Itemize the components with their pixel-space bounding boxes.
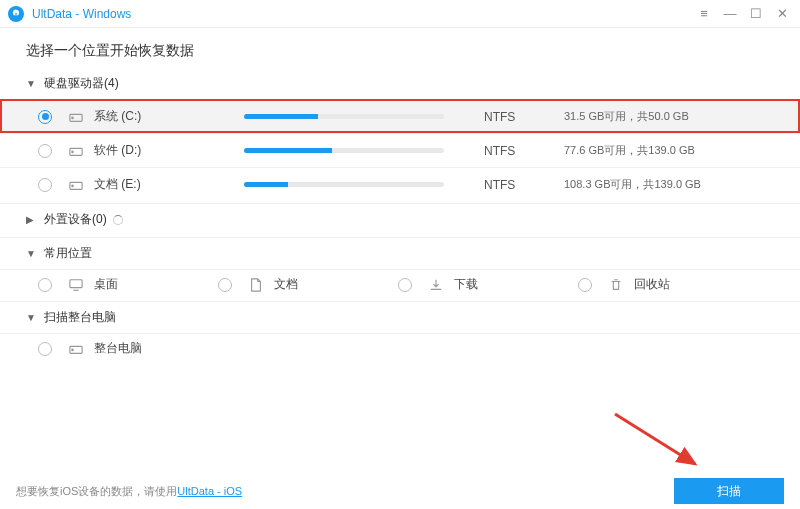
drive-row-c[interactable]: 系统 (C:) NTFS 31.5 GB可用，共50.0 GB — [0, 99, 800, 133]
location-label: 整台电脑 — [94, 340, 142, 357]
common-locations-row: 桌面 文档 下载 回收站 — [0, 269, 800, 299]
trash-icon — [608, 277, 624, 293]
svg-point-5 — [72, 185, 73, 186]
location-recycle[interactable]: 回收站 — [566, 276, 746, 293]
title-bar: UltData - Windows ≡ — ☐ ✕ — [0, 0, 800, 28]
location-label: 桌面 — [94, 276, 118, 293]
close-button[interactable]: ✕ — [772, 4, 792, 24]
radio-whole[interactable] — [38, 342, 52, 356]
drive-name: 系统 (C:) — [94, 108, 244, 125]
ios-link[interactable]: UltData - iOS — [177, 485, 242, 497]
section-drives-header[interactable]: ▼ 硬盘驱动器(4) — [0, 68, 800, 99]
drive-row-e[interactable]: 文档 (E:) NTFS 108.3 GB可用，共139.0 GB — [0, 167, 800, 201]
loading-icon — [113, 215, 123, 225]
minimize-button[interactable]: — — [720, 4, 740, 24]
radio-d[interactable] — [38, 144, 52, 158]
svg-point-1 — [72, 117, 73, 118]
svg-point-3 — [72, 151, 73, 152]
maximize-button[interactable]: ☐ — [746, 4, 766, 24]
drive-name: 文档 (E:) — [94, 176, 244, 193]
location-documents[interactable]: 文档 — [206, 276, 386, 293]
annotation-arrow-icon — [610, 409, 710, 479]
chevron-down-icon: ▼ — [26, 78, 40, 89]
section-whole-header[interactable]: ▼ 扫描整台电脑 — [0, 301, 800, 333]
section-label: 硬盘驱动器(4) — [44, 75, 119, 92]
page-heading: 选择一个位置开始恢复数据 — [0, 28, 800, 68]
app-logo — [8, 6, 24, 22]
location-whole-pc[interactable]: 整台电脑 — [26, 340, 206, 357]
filesystem: NTFS — [484, 110, 564, 124]
chevron-down-icon: ▼ — [26, 312, 40, 323]
location-label: 回收站 — [634, 276, 670, 293]
disk-icon — [68, 143, 84, 159]
section-label: 外置设备(0) — [44, 211, 107, 228]
radio-c[interactable] — [38, 110, 52, 124]
svg-line-9 — [615, 414, 695, 464]
app-title: UltData - Windows — [32, 7, 131, 21]
location-label: 下载 — [454, 276, 478, 293]
drive-name: 软件 (D:) — [94, 142, 244, 159]
chevron-right-icon: ▶ — [26, 214, 40, 225]
drive-info: 77.6 GB可用，共139.0 GB — [564, 143, 695, 158]
download-icon — [428, 277, 444, 293]
section-external-header[interactable]: ▶ 外置设备(0) — [0, 203, 800, 235]
drive-info: 108.3 GB可用，共139.0 GB — [564, 177, 701, 192]
section-label: 常用位置 — [44, 245, 92, 262]
radio-recycle[interactable] — [578, 278, 592, 292]
location-downloads[interactable]: 下载 — [386, 276, 566, 293]
section-common-header[interactable]: ▼ 常用位置 — [0, 237, 800, 269]
menu-button[interactable]: ≡ — [694, 4, 714, 24]
radio-documents[interactable] — [218, 278, 232, 292]
whole-pc-row: 整台电脑 — [0, 333, 800, 363]
drive-info: 31.5 GB可用，共50.0 GB — [564, 109, 689, 124]
document-icon — [248, 277, 264, 293]
filesystem: NTFS — [484, 178, 564, 192]
usage-bar — [244, 148, 444, 153]
footer-text: 想要恢复iOS设备的数据，请使用 — [16, 484, 177, 499]
svg-point-8 — [72, 349, 73, 350]
section-label: 扫描整台电脑 — [44, 309, 116, 326]
usage-bar — [244, 182, 444, 187]
disk-icon — [68, 341, 84, 357]
footer-bar: 想要恢复iOS设备的数据，请使用 UltData - iOS 扫描 — [0, 473, 800, 509]
disk-icon — [68, 177, 84, 193]
disk-icon — [68, 109, 84, 125]
radio-desktop[interactable] — [38, 278, 52, 292]
scan-button[interactable]: 扫描 — [674, 478, 784, 504]
chevron-down-icon: ▼ — [26, 248, 40, 259]
radio-downloads[interactable] — [398, 278, 412, 292]
filesystem: NTFS — [484, 144, 564, 158]
location-label: 文档 — [274, 276, 298, 293]
usage-bar — [244, 114, 444, 119]
desktop-icon — [68, 277, 84, 293]
location-desktop[interactable]: 桌面 — [26, 276, 206, 293]
svg-rect-6 — [70, 279, 82, 287]
radio-e[interactable] — [38, 178, 52, 192]
drive-row-d[interactable]: 软件 (D:) NTFS 77.6 GB可用，共139.0 GB — [0, 133, 800, 167]
